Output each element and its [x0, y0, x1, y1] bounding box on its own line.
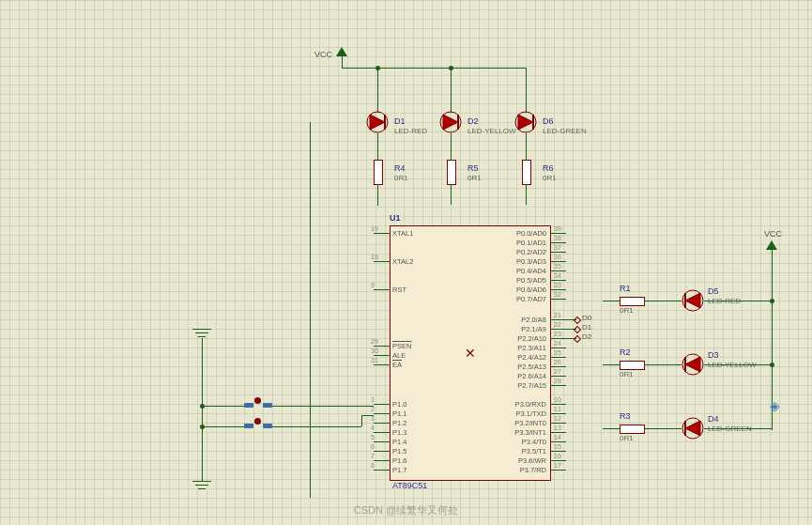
pin-number: 26 — [554, 359, 561, 365]
pin-name: P1.0 — [392, 400, 406, 409]
wire — [644, 364, 682, 365]
wire — [451, 68, 452, 113]
led-d3[interactable] — [682, 353, 704, 376]
watermark: CSDN @续繁华又何处 — [354, 503, 458, 517]
pin-number: 28 — [554, 378, 561, 384]
pin-name: P0.2/AD2 — [516, 248, 546, 257]
pin-number: 5 — [371, 434, 375, 440]
led-d4[interactable] — [682, 417, 704, 440]
pin-name: RST — [392, 286, 406, 295]
led-d1[interactable] — [366, 111, 389, 133]
pin-name: P3.4/T0 — [522, 438, 546, 447]
push-button-1[interactable] — [244, 399, 272, 412]
r4-label: R40R1 — [394, 164, 408, 183]
resistor-r2[interactable] — [620, 361, 645, 370]
pin-name: P0.5/AD5 — [516, 276, 546, 286]
wire — [342, 68, 526, 69]
vcc-label-right: VCC — [764, 229, 782, 239]
pin-lead — [374, 261, 390, 262]
r6-label: R60R1 — [543, 164, 557, 183]
pin-number: 36 — [554, 254, 561, 260]
net-d2: D2 — [582, 332, 591, 341]
wire — [704, 364, 772, 365]
resistor-r6[interactable] — [522, 160, 531, 185]
ground-bottom — [192, 481, 211, 495]
r3-val: 0R1 — [620, 434, 634, 443]
d5-label: D5LED-RED — [708, 287, 741, 306]
pin-name: P0.0/AD0 — [516, 229, 546, 239]
pin-lead — [550, 451, 566, 452]
pin-name: P2.6/A14 — [517, 372, 546, 381]
push-button-2[interactable] — [244, 420, 272, 433]
wire — [603, 428, 620, 429]
pin-name: P0.4/AD4 — [516, 267, 546, 276]
pin-lead — [550, 252, 566, 253]
pin-number: 37 — [554, 244, 561, 251]
pin-number: 16 — [554, 453, 561, 459]
led-d2[interactable] — [439, 111, 462, 133]
pin-name: P2.4/A12 — [517, 353, 546, 363]
pin-number: 29 — [371, 338, 378, 345]
pin-lead — [374, 364, 390, 365]
pin-number: 27 — [554, 368, 561, 375]
wire — [704, 428, 772, 429]
pin-number: 32 — [554, 291, 561, 298]
pin-lead — [374, 423, 390, 424]
wire — [526, 184, 527, 205]
pin-lead — [550, 270, 566, 271]
wire — [377, 205, 378, 206]
pin-name: P2.2/A10 — [517, 334, 546, 344]
pin-number: 21 — [554, 312, 561, 318]
resistor-r1[interactable] — [620, 297, 645, 306]
net-d1: D1 — [582, 323, 591, 332]
pin-name: P1.6 — [392, 456, 406, 466]
pin-number: 14 — [554, 434, 561, 440]
wire — [202, 406, 203, 426]
pin-name: P3.3/INT1 — [514, 428, 546, 438]
pin-number: 35 — [554, 263, 561, 270]
pin-lead — [550, 460, 566, 461]
r1-label: R1 — [620, 285, 631, 294]
r2-label: R2 — [620, 348, 631, 358]
junction — [375, 66, 380, 70]
d6-label: D6LED-GREEN — [543, 117, 587, 136]
pin-number: 11 — [554, 406, 561, 412]
pin-lead — [550, 242, 566, 243]
wire — [202, 426, 203, 481]
pin-number: 4 — [371, 425, 375, 431]
pin-name: P3.6/WR — [518, 456, 546, 466]
junction — [770, 299, 774, 303]
wire — [310, 122, 311, 123]
pin-number: 34 — [554, 272, 561, 279]
pin-lead — [550, 470, 566, 471]
wire — [202, 406, 244, 407]
pin-name: PSEN — [392, 342, 411, 351]
pin-number: 33 — [554, 282, 561, 288]
pin-number: 1 — [371, 396, 375, 403]
led-d6[interactable] — [514, 111, 537, 133]
pin-name: P2.0/A8 — [521, 316, 546, 325]
pin-name: ALE — [392, 351, 406, 361]
pin-name: P3.1/TXD — [515, 409, 546, 419]
pin-lead — [374, 451, 390, 452]
pin-name: P3.7/RD — [520, 466, 546, 475]
pin-lead — [374, 346, 390, 347]
chip-no-sim-icon: ✕ — [465, 346, 476, 361]
pin-lead — [374, 432, 390, 433]
pin-lead — [550, 376, 566, 377]
pin-lead — [550, 233, 566, 234]
wire — [361, 415, 362, 426]
wire — [451, 184, 452, 205]
r2-val: 0R1 — [620, 370, 634, 379]
wire — [644, 301, 682, 301]
led-d5[interactable] — [682, 289, 704, 312]
resistor-r4[interactable] — [374, 160, 383, 185]
pin-number: 30 — [371, 347, 378, 354]
resistor-r5[interactable] — [447, 160, 456, 185]
wire — [310, 122, 311, 498]
pin-name: P3.5/T1 — [522, 447, 546, 456]
resistor-r3[interactable] — [620, 425, 645, 434]
pin-name: P2.5/A13 — [517, 363, 546, 372]
r1-val: 0R1 — [620, 306, 634, 316]
svg-marker-9 — [685, 293, 700, 308]
